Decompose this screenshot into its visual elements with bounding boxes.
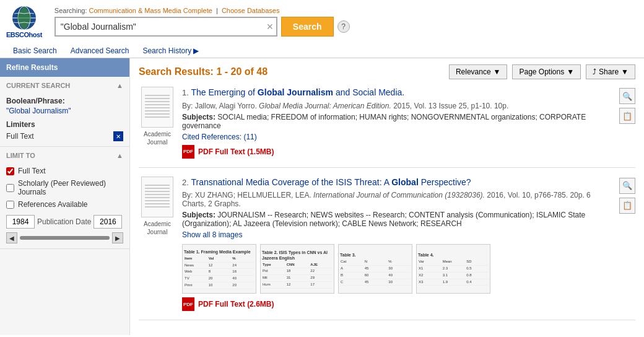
pub-date-from[interactable] (6, 215, 35, 229)
references-checkbox[interactable] (6, 201, 14, 209)
result-1-pdf-link[interactable]: PDF Full Text (1.5MB) (198, 147, 274, 156)
searching-info: Searching: Communication & Mass Media Co… (54, 7, 638, 14)
refine-results-title: Refine Results (6, 63, 58, 72)
result-body-2: 2. Transnational Media Coverage of the I… (182, 177, 613, 312)
search-input[interactable] (54, 17, 277, 37)
result-2-search-icon[interactable]: 🔍 (619, 178, 635, 194)
searching-db-link[interactable]: Communication & Mass Media Complete (89, 7, 212, 14)
result-2-actions: 🔍 📋 (619, 177, 635, 312)
result-1-thumb-label: Academic Journal (139, 130, 176, 146)
result-1-subjects: Subjects: SOCIAL media; FREEDOM of infor… (182, 113, 613, 130)
result-1-cited-refs[interactable]: Cited References: (11) (182, 133, 257, 141)
limiters-label: Limiters (6, 120, 123, 129)
full-text-checkbox[interactable] (6, 167, 14, 175)
result-thumb-2: Academic Journal (139, 177, 176, 312)
result-2-title[interactable]: Transnational Media Coverage of the ISIS… (191, 177, 471, 187)
result-2-show-images[interactable]: Show all 8 images (182, 230, 242, 239)
slider-left-arrow[interactable]: ◀ (6, 232, 17, 243)
limit-full-text-option: Full Text (6, 167, 123, 175)
logo-text: EBSCOhost (6, 31, 42, 38)
result-1-pdf-row: PDF PDF Full Text (1.5MB) (182, 145, 613, 159)
limit-to-label: Limit To (6, 152, 35, 159)
result-1-actions: 🔍 📋 (619, 87, 635, 159)
advanced-search-tab[interactable]: Advanced Search (64, 43, 136, 58)
references-option-label: References Available (18, 200, 88, 209)
result-thumb-1: Academic Journal (139, 87, 176, 159)
pdf-icon-1: PDF (182, 145, 194, 159)
result-1-meta: By: Jallow, Alagi Yorro. Global Media Jo… (182, 102, 613, 110)
gallery-item-3: Table 3. CatN% A4530 B6040 C4530 (338, 244, 412, 294)
result-1-search-icon[interactable]: 🔍 (619, 88, 635, 104)
result-2-number: 2. (182, 178, 189, 187)
remove-full-text-limiter[interactable]: ✕ (113, 131, 123, 141)
pdf-icon-2: PDF (182, 297, 194, 311)
result-1-save-icon[interactable]: 📋 (619, 108, 635, 124)
full-text-limiter: Full Text (6, 132, 33, 141)
result-2-save-icon[interactable]: 📋 (619, 198, 635, 214)
result-1-number: 1. (182, 88, 189, 97)
results-title: Search Results: 1 - 20 of 48 (139, 66, 268, 77)
slider-right-arrow[interactable]: ▶ (112, 232, 123, 243)
help-icon[interactable]: ? (337, 20, 350, 33)
page-options-button[interactable]: Page Options ▼ (512, 64, 581, 79)
current-search-collapse[interactable]: ▲ (116, 82, 123, 89)
search-clear-icon[interactable]: ✕ (266, 22, 274, 32)
boolean-phrase-label: Boolean/Phrase: (6, 97, 123, 105)
scholarly-option-label: Scholarly (Peer Reviewed) Journals (18, 179, 123, 196)
limit-references-option: References Available (6, 200, 123, 209)
limit-scholarly-option: Scholarly (Peer Reviewed) Journals (6, 179, 123, 196)
result-body-1: 1. The Emerging of Global Journalism and… (182, 87, 613, 159)
result-item-2: Academic Journal 2. Transnational Media … (139, 177, 635, 321)
full-text-option-label: Full Text (18, 167, 45, 175)
gallery-item-2: Table 2. ISIS Types in CNN vs Al Jazeera… (260, 244, 334, 294)
result-item-1: Academic Journal 1. The Emerging of Glob… (139, 87, 635, 168)
result-2-subjects: Subjects: JOURNALISM -- Research; NEWS w… (182, 211, 613, 228)
search-history-tab[interactable]: Search History ▶ (136, 43, 206, 58)
result-2-pdf-link[interactable]: PDF Full Text (2.6MB) (198, 300, 274, 309)
result-2-thumb-label: Academic Journal (139, 220, 176, 236)
gallery-item-4: Table 4. VarMeanSD X12.30.5 X23.10.8 X31… (416, 244, 490, 294)
nav-tabs: Basic Search Advanced Search Search Hist… (6, 42, 638, 58)
current-search-label: Current Search (6, 82, 70, 89)
search-button[interactable]: Search (281, 17, 334, 37)
basic-search-tab[interactable]: Basic Search (6, 43, 64, 58)
share-button[interactable]: ⤴ Share ▼ (586, 64, 635, 79)
gallery-item-1: Table 1. Framing Media Example ItemVal% … (182, 244, 256, 294)
boolean-phrase-value: "Global Journalism" (6, 107, 123, 115)
result-2-gallery: Table 1. Framing Media Example ItemVal% … (182, 244, 613, 294)
result-1-title[interactable]: The Emerging of Global Journalism and So… (191, 87, 404, 97)
relevance-button[interactable]: Relevance ▼ (449, 64, 508, 79)
scholarly-checkbox[interactable] (6, 184, 14, 192)
result-2-pdf-row: PDF PDF Full Text (2.6MB) (182, 297, 613, 311)
limit-to-collapse[interactable]: ▲ (116, 152, 123, 159)
pub-date-label: Publication Date (37, 217, 91, 226)
pub-date-to[interactable] (94, 215, 122, 229)
choose-databases-link[interactable]: Choose Databases (222, 7, 280, 14)
result-2-meta: By: XU ZHANG; HELLMUELLER, LEA. Internat… (182, 191, 613, 208)
logo: EBSCOhost (6, 5, 42, 38)
slider-track (20, 236, 110, 240)
